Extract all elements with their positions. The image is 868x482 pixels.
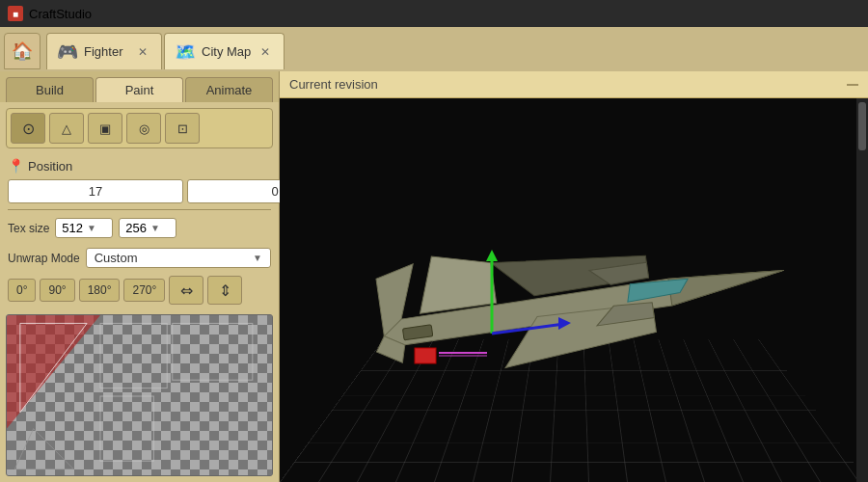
citymap-tab-close[interactable]: ✕ <box>257 43 274 61</box>
mode-tabs: Build Paint Animate <box>0 71 279 102</box>
flip-h-icon: ⇔ <box>180 281 193 300</box>
tex-size-label: Tex size <box>8 222 49 235</box>
svg-marker-3 <box>413 249 497 314</box>
rotate-270-button[interactable]: 270° <box>123 279 165 302</box>
position-tool-button[interactable]: ⊙ <box>11 113 45 144</box>
angle-tool-icon: △ <box>62 121 71 136</box>
position-label: 📍 Position <box>8 158 271 174</box>
flip-h-button[interactable]: ⇔ <box>169 276 203 305</box>
tex-width-select[interactable]: 512 ▼ <box>55 218 113 238</box>
tex-height-select[interactable]: 256 ▼ <box>119 218 176 238</box>
svg-marker-13 <box>486 250 498 261</box>
title-bar: ■ CraftStudio <box>0 0 868 27</box>
viewport-scrollbar[interactable] <box>847 84 858 86</box>
tab-paint[interactable]: Paint <box>95 77 183 102</box>
frame-tool-icon: ⊡ <box>177 121 188 136</box>
tex-width-arrow-icon: ▼ <box>87 223 96 233</box>
tabs-row: 🏠 🎮 Fighter ✕ 🗺️ City Map ✕ <box>0 27 868 71</box>
fighter-tab-icon: 🎮 <box>57 41 78 63</box>
tab-animate[interactable]: Animate <box>185 77 273 102</box>
angle-tool-button[interactable]: △ <box>49 113 84 144</box>
unwrap-mode-arrow-icon: ▼ <box>253 253 262 263</box>
rotate-0-button[interactable]: 0° <box>8 279 36 302</box>
position-x-input[interactable] <box>8 179 183 203</box>
fighter-tab-close[interactable]: ✕ <box>134 43 151 61</box>
title-bar-title: CraftStudio <box>29 7 92 21</box>
tab-build[interactable]: Build <box>6 77 94 102</box>
unwrap-mode-label: Unwrap Mode <box>8 252 80 265</box>
flip-v-icon: ⇕ <box>219 281 231 300</box>
tool-icons-bar: ⊙ △ ▣ ◎ ⊡ <box>6 108 273 148</box>
rotate-180-button[interactable]: 180° <box>79 279 121 302</box>
home-button[interactable]: 🏠 <box>4 33 41 69</box>
home-icon: 🏠 <box>12 40 33 62</box>
unwrap-mode-select[interactable]: Custom ▼ <box>86 248 271 268</box>
revision-bar: Current revision <box>280 71 868 98</box>
frame-tool-button[interactable]: ⊡ <box>165 113 200 144</box>
svg-marker-1 <box>668 262 787 305</box>
record-tool-button[interactable]: ◎ <box>126 113 161 144</box>
unwrap-mode-row: Unwrap Mode Custom ▼ <box>0 244 279 272</box>
select-tool-icon: ▣ <box>99 121 111 136</box>
fighter-jet-svg <box>323 146 825 435</box>
jet-model <box>280 98 868 482</box>
scroll-thumb <box>858 102 866 150</box>
svg-rect-11 <box>415 348 436 363</box>
citymap-tab-icon: 🗺️ <box>175 41 196 63</box>
tex-size-row: Tex size 512 ▼ 256 ▼ <box>0 212 279 244</box>
separator-1 <box>8 209 271 210</box>
rotation-row: 0° 90° 180° 270° ⇔ ⇕ <box>0 272 279 308</box>
left-panel: Build Paint Animate ⊙ △ ▣ <box>0 71 280 482</box>
position-section: 📍 Position <box>0 154 279 207</box>
fighter-tab-label: Fighter <box>84 44 122 59</box>
app-icon: ■ <box>8 6 23 21</box>
citymap-tab-label: City Map <box>202 44 251 59</box>
record-tool-icon: ◎ <box>139 121 149 136</box>
tab-citymap[interactable]: 🗺️ City Map ✕ <box>164 33 285 69</box>
uv-preview-area <box>6 314 273 476</box>
rotate-90-button[interactable]: 90° <box>40 279 74 302</box>
uv-preview-canvas <box>7 315 273 476</box>
viewport-panel: Current revision <box>280 71 868 482</box>
position-pin-icon: 📍 <box>8 158 24 174</box>
tex-height-arrow-icon: ▼ <box>150 223 160 233</box>
viewport-3d <box>280 98 868 482</box>
select-tool-button[interactable]: ▣ <box>88 113 122 144</box>
tab-fighter[interactable]: 🎮 Fighter ✕ <box>46 33 162 69</box>
content-area: Build Paint Animate ⊙ △ ▣ <box>0 71 868 482</box>
right-scrollbar[interactable] <box>856 98 868 482</box>
flip-v-button[interactable]: ⇕ <box>207 276 242 305</box>
position-inputs <box>8 179 271 203</box>
position-tool-icon: ⊙ <box>22 120 35 138</box>
main-app: 🏠 🎮 Fighter ✕ 🗺️ City Map ✕ Build Paint <box>0 27 868 482</box>
